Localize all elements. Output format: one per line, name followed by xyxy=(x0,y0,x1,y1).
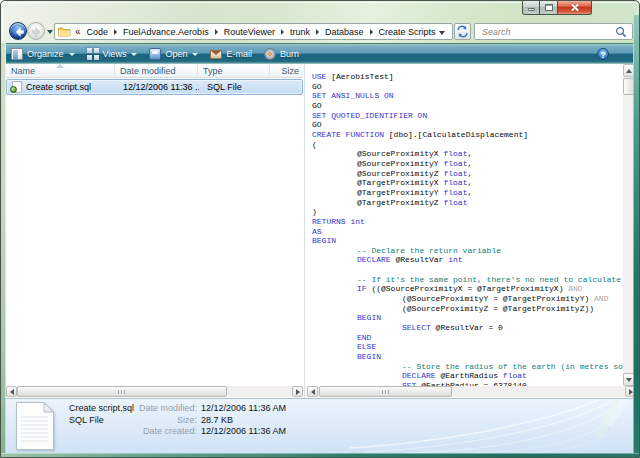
column-header-label: Date modified xyxy=(120,66,176,76)
minimize-icon xyxy=(528,8,535,11)
column-header-label: Size xyxy=(281,66,299,76)
code-line: DECLARE @ResultVar int xyxy=(312,255,624,265)
file-list-pane: NameDate modifiedTypeSize Create script.… xyxy=(6,64,303,398)
column-header-date-modified[interactable]: Date modified xyxy=(115,64,198,78)
code-token: ) xyxy=(312,207,317,216)
scrollbar-thumb[interactable] xyxy=(17,386,227,397)
breadcrumb-item[interactable]: Database xyxy=(324,27,365,37)
code-line: @SourceProximityX float, xyxy=(312,149,624,159)
maximize-button[interactable] xyxy=(540,1,558,15)
open-icon xyxy=(149,48,161,60)
toolbar-button-burn[interactable]: Burn xyxy=(261,46,302,63)
code-token: float xyxy=(443,149,467,158)
code-line: (@SourceProximityY = @TargetProximityY) … xyxy=(312,294,624,304)
breadcrumb-separator-icon xyxy=(215,29,218,35)
refresh-button[interactable] xyxy=(454,23,471,40)
code-token xyxy=(312,323,402,332)
scrollbar-grip-icon xyxy=(118,390,126,394)
toolbar-button-email[interactable]: E-mail xyxy=(207,46,255,63)
address-dropdown-icon[interactable] xyxy=(439,31,445,35)
arrow-left-icon xyxy=(13,26,25,38)
preview-horizontal-scrollbar[interactable] xyxy=(306,386,636,397)
code-token xyxy=(312,275,357,284)
code-token: (@SourceProximityY = @TargetProximityY) xyxy=(312,294,594,303)
code-line: BEGIN xyxy=(312,352,624,362)
scroll-left-button[interactable] xyxy=(6,386,17,397)
code-line: GO xyxy=(312,120,624,130)
file-row[interactable]: Create script.sql12/12/2006 11:36 ...SQL… xyxy=(6,79,303,95)
code-token: @TargetProximityX xyxy=(312,178,443,187)
help-button[interactable]: ? xyxy=(597,48,609,60)
forward-button[interactable] xyxy=(27,22,45,40)
code-token xyxy=(312,333,357,342)
command-bar-buttons: OrganizeViewsOpenE-mailBurn xyxy=(2,46,302,63)
chevron-down-icon xyxy=(192,53,198,56)
views-icon xyxy=(87,48,99,60)
column-header-size[interactable]: Size xyxy=(270,64,303,78)
code-token: @ResultVar xyxy=(391,255,449,264)
column-header-name[interactable]: Name xyxy=(6,64,115,78)
code-token: int xyxy=(448,255,462,264)
code-token: GO xyxy=(312,120,322,129)
code-token: float xyxy=(443,178,467,187)
breadcrumb-item[interactable]: FuelAdvance.Aerobis xyxy=(122,27,210,37)
arrow-right-icon xyxy=(629,389,633,395)
scroll-left-button[interactable] xyxy=(307,386,318,397)
code-token: BEGIN xyxy=(312,236,336,245)
organize-icon xyxy=(11,48,23,60)
code-line: IF ((@SourceProximityX = @TargetProximit… xyxy=(312,284,624,294)
breadcrumb-item[interactable]: RouteViewer xyxy=(223,27,276,37)
code-token: float xyxy=(503,371,527,380)
file-list-horizontal-scrollbar[interactable] xyxy=(6,386,303,397)
code-line: @TargetProximityX float, xyxy=(312,178,624,188)
arrow-right-icon xyxy=(296,389,300,395)
breadcrumb-separator-icon xyxy=(316,29,319,35)
arrow-down-icon xyxy=(626,378,632,382)
code-line: RETURNS int xyxy=(312,217,624,227)
breadcrumb-item[interactable]: trunk xyxy=(289,27,311,37)
column-header-type[interactable]: Type xyxy=(198,64,270,78)
code-token: [AerobisTest] xyxy=(326,72,393,81)
breadcrumb-item[interactable]: Code xyxy=(86,27,110,37)
navigation-bar: « CodeFuelAdvance.AerobisRouteViewertrun… xyxy=(1,21,639,43)
address-bar[interactable]: « CodeFuelAdvance.AerobisRouteViewertrun… xyxy=(54,23,453,40)
code-token: RETURNS int xyxy=(312,217,365,226)
file-type-cell: SQL File xyxy=(199,82,271,92)
code-line: SET QUOTED_IDENTIFIER ON xyxy=(312,111,624,121)
code-token: (@SourceProximityZ = @TargetProximityZ)) xyxy=(312,304,594,313)
scroll-right-button[interactable] xyxy=(292,386,303,397)
toolbar-button-label: Burn xyxy=(280,49,299,59)
code-line: USE [AerobisTest] xyxy=(312,72,624,82)
preview-viewport: USE [AerobisTest]GOSET ANSI_NULLS ONGOSE… xyxy=(306,64,624,386)
command-bar: OrganizeViewsOpenE-mailBurn ? xyxy=(2,43,640,64)
breadcrumb-separator-icon xyxy=(281,29,284,35)
toolbar-button-views[interactable]: Views xyxy=(84,46,141,63)
code-token: @SourceProximityZ xyxy=(312,169,443,178)
code-line: ( xyxy=(312,140,624,150)
search-box[interactable]: Search xyxy=(474,23,633,40)
code-token: SELECT xyxy=(402,323,431,332)
sql-preview: USE [AerobisTest]GOSET ANSI_NULLS ONGOSE… xyxy=(306,64,624,386)
details-field-values: 12/12/2006 11:36 AM28.7 KB12/12/2006 11:… xyxy=(201,403,286,438)
history-dropdown-icon[interactable] xyxy=(47,30,53,34)
window-border-bottom xyxy=(1,453,640,458)
code-token: AND xyxy=(568,284,582,293)
toolbar-button-organize[interactable]: Organize xyxy=(8,46,78,63)
code-token xyxy=(312,313,357,322)
minimize-button[interactable] xyxy=(522,1,540,15)
code-line: ELSE xyxy=(312,342,624,352)
close-button[interactable] xyxy=(558,1,592,15)
code-line: @SourceProximityZ float, xyxy=(312,169,624,179)
folder-icon xyxy=(58,26,71,37)
details-field-labels: Date modified:Size:Date created: xyxy=(75,403,197,438)
arrow-up-icon xyxy=(626,69,632,73)
search-input[interactable]: Search xyxy=(482,27,615,37)
code-line: -- Declare the return variable xyxy=(312,246,624,256)
code-line: BEGIN xyxy=(312,313,624,323)
code-token: ((@SourceProximityX = @TargetProximityX) xyxy=(367,284,569,293)
breadcrumb-item[interactable]: Create Scripts xyxy=(378,27,437,37)
scrollbar-thumb[interactable] xyxy=(319,386,452,397)
back-button[interactable] xyxy=(9,22,27,40)
code-line: -- If it's the same point, there's no ne… xyxy=(312,275,624,285)
toolbar-button-open[interactable]: Open xyxy=(146,46,201,63)
